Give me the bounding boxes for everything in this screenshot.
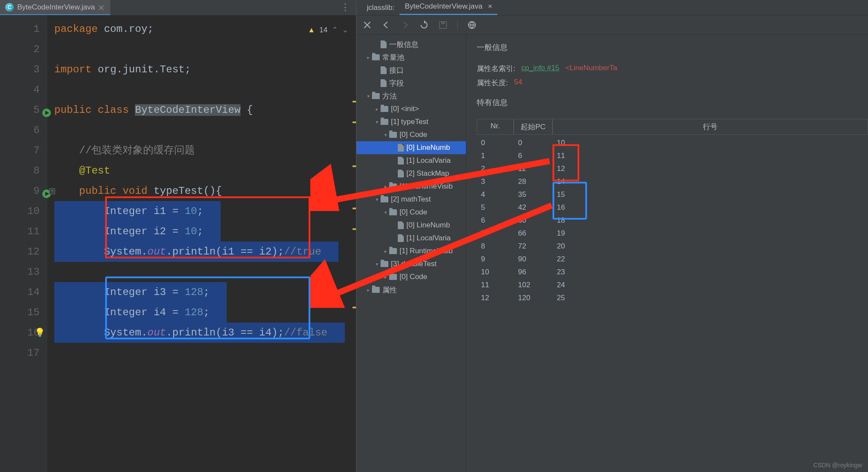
code-editor[interactable]: 1234567891011121314151617 ▲ 14 ⌃ ⌄ <box>0 16 356 472</box>
code-line[interactable]: Integer i2 = 10; <box>54 221 356 242</box>
code-line[interactable]: //包装类对象的缓存问题 <box>54 140 356 161</box>
tree-node[interactable]: ▾[2] mathTest <box>356 193 466 206</box>
chevron-down-icon[interactable]: ▾ <box>374 197 381 202</box>
tree-node[interactable]: ▸[0] <init> <box>356 102 466 115</box>
refresh-icon[interactable] <box>419 20 429 30</box>
code-line[interactable]: Integer i4 = 128; <box>54 302 356 323</box>
intention-bulb-icon[interactable]: 💡 <box>34 323 45 343</box>
tree-node[interactable]: ▾[1] typeTest <box>356 115 466 128</box>
tree-node[interactable]: [2] StackMap <box>356 167 466 180</box>
gutter-line[interactable]: 15 <box>0 302 40 323</box>
tab-overflow-menu[interactable]: ⋮ <box>340 2 356 13</box>
chevron-right-icon[interactable]: ▸ <box>374 106 381 112</box>
code-line[interactable]: Integer i1 = 10; <box>54 201 356 221</box>
forward-icon[interactable] <box>400 20 410 30</box>
gutter-line[interactable]: 16 <box>0 323 40 343</box>
code-line[interactable]: System.out.println(i3 == i4);//false💡 <box>54 323 356 343</box>
table-row[interactable]: 0010 <box>477 137 868 149</box>
bytecode-tree[interactable]: 一般信息▸常量池接口字段▾方法▸[0] <init>▾[1] typeTest▾… <box>356 34 466 472</box>
code-line[interactable]: import org.junit.Test; <box>54 59 356 80</box>
gutter-line[interactable]: 3 <box>0 59 40 80</box>
code-line[interactable] <box>54 343 356 363</box>
table-row[interactable]: 87220 <box>477 240 868 253</box>
code-line[interactable]: public class ByteCodeInterView { <box>54 100 356 120</box>
gutter-line[interactable]: 10 <box>0 201 40 221</box>
panel-tab-file[interactable]: ByteCodeInterView.java × <box>400 0 497 15</box>
gutter-line[interactable]: 17 <box>0 343 40 363</box>
gutter-line[interactable]: 4 <box>0 80 40 100</box>
gutter-line[interactable]: 6 <box>0 120 40 140</box>
chevron-down-icon[interactable]: ▾ <box>374 119 381 125</box>
table-row[interactable]: 43515 <box>477 188 868 201</box>
code-line[interactable]: public void typeTest(){− <box>54 181 356 201</box>
table-row[interactable]: 54216 <box>477 201 868 214</box>
tree-node[interactable]: ▾[3] doubleTest <box>356 258 466 270</box>
table-row[interactable]: 76619 <box>477 227 868 240</box>
tree-label: [1] RuntimeVisib <box>400 247 453 255</box>
save-icon[interactable] <box>438 20 448 30</box>
gutter-line[interactable]: 7 <box>0 140 40 161</box>
code-line[interactable]: package com.roy; <box>54 19 356 39</box>
gutter-line[interactable]: 13 <box>0 262 40 282</box>
folder-icon <box>389 209 397 215</box>
chevron-right-icon[interactable]: ▸ <box>382 184 389 189</box>
table-row[interactable]: 1611 <box>477 149 868 162</box>
tree-node[interactable]: ▾[0] Code <box>356 128 466 141</box>
tree-node[interactable]: [1] LocalVaria <box>356 154 466 167</box>
code-line[interactable] <box>54 39 356 59</box>
gutter-line[interactable]: 11 <box>0 221 40 242</box>
table-row[interactable]: 21212 <box>477 162 868 175</box>
code-line[interactable]: System.out.println(i1 == i2);//true <box>54 242 356 262</box>
gutter-line[interactable]: 14 <box>0 282 40 302</box>
table-row[interactable]: 1212025 <box>477 292 868 304</box>
gutter-line[interactable]: 5 <box>0 100 40 120</box>
gutter-line[interactable]: 1 <box>0 19 40 39</box>
gutter-line[interactable]: 2 <box>0 39 40 59</box>
gutter-line[interactable]: 12 <box>0 242 40 262</box>
table-row[interactable]: 66018 <box>477 214 868 227</box>
col-nr[interactable]: Nr. <box>477 119 514 135</box>
table-row[interactable]: 99022 <box>477 253 868 266</box>
tree-node[interactable]: ▸[1] RuntimeVisib <box>356 180 466 193</box>
code-line[interactable] <box>54 120 356 140</box>
code-line[interactable]: @Test <box>54 161 356 181</box>
back-icon[interactable] <box>381 20 391 30</box>
tree-node[interactable]: 接口 <box>356 64 466 77</box>
cp-link[interactable]: cp_info #15 <box>521 64 559 74</box>
tree-node[interactable]: ▾方法 <box>356 90 466 102</box>
code-line[interactable] <box>54 262 356 282</box>
chevron-right-icon[interactable]: ▸ <box>365 287 372 293</box>
editor-tab[interactable]: C ByteCodeInterView.java <box>0 0 110 15</box>
tree-node[interactable]: ▸属性 <box>356 283 466 296</box>
chevron-down-icon[interactable]: ▾ <box>374 261 381 267</box>
col-line[interactable]: 行号 <box>553 119 868 135</box>
fold-icon[interactable]: − <box>49 188 55 194</box>
tree-node[interactable]: ▸常量池 <box>356 51 466 64</box>
gutter-line[interactable]: 8 <box>0 161 40 181</box>
table-row[interactable]: 32814 <box>477 175 868 188</box>
chevron-down-icon[interactable]: ▾ <box>382 210 389 215</box>
close-icon[interactable]: × <box>488 2 492 10</box>
close-icon[interactable] <box>98 4 104 10</box>
tree-node[interactable]: [1] LocalVaria <box>356 232 466 245</box>
chevron-right-icon[interactable]: ▸ <box>365 55 372 60</box>
table-row[interactable]: 109623 <box>477 266 868 279</box>
tree-node[interactable]: ▾[0] Code <box>356 206 466 219</box>
chevron-right-icon[interactable]: ▸ <box>382 274 389 280</box>
chevron-right-icon[interactable]: ▸ <box>382 248 389 254</box>
tree-node[interactable]: ▸[1] RuntimeVisib <box>356 245 466 258</box>
chevron-down-icon[interactable]: ▾ <box>382 132 389 138</box>
tree-node[interactable]: [0] LineNumb <box>356 141 466 154</box>
code-line[interactable]: Integer i3 = 128; <box>54 282 356 302</box>
gutter-line[interactable]: 9 <box>0 181 40 201</box>
chevron-down-icon[interactable]: ▾ <box>365 93 372 99</box>
code-line[interactable] <box>54 80 356 100</box>
tree-node[interactable]: 字段 <box>356 77 466 90</box>
table-row[interactable]: 1110224 <box>477 279 868 292</box>
tree-node[interactable]: [0] LineNumb <box>356 219 466 232</box>
close-icon[interactable] <box>362 20 372 30</box>
tree-node[interactable]: ▸[0] Code <box>356 270 466 283</box>
globe-icon[interactable] <box>467 20 477 30</box>
tree-node[interactable]: 一般信息 <box>356 38 466 51</box>
col-startpc[interactable]: 起始PC <box>514 119 553 135</box>
